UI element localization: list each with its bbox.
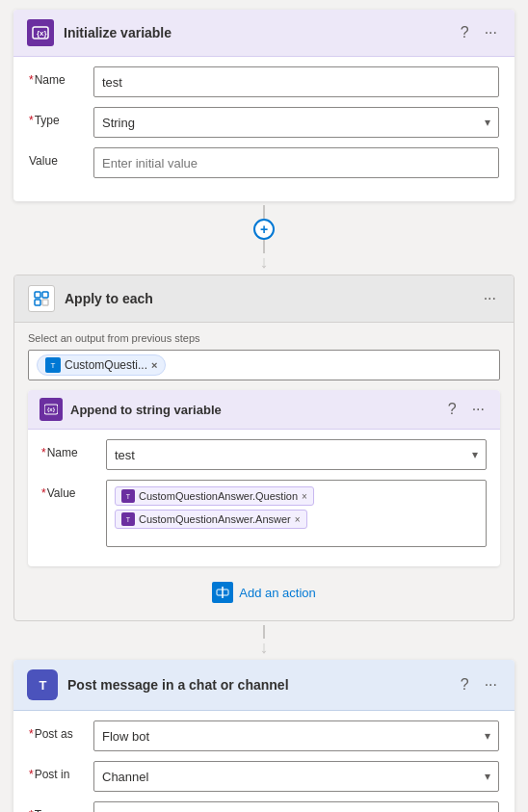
value-label: Value	[29, 147, 82, 168]
init-var-more-button[interactable]: ···	[481, 22, 501, 43]
name-label: *Name	[29, 66, 82, 87]
post-message-more-button[interactable]: ···	[481, 674, 501, 695]
token-answer: T CustomQuestionAnswer.Answer ×	[115, 510, 307, 529]
append-name-row: *Name test ▾	[41, 439, 487, 470]
page-wrapper: {x} Initialize variable ? ··· *Name *Typ…	[0, 0, 528, 812]
post-as-value: Flow bot	[102, 729, 149, 744]
post-message-body: *Post as Flow bot ▾ *Post in Channel ▾	[13, 711, 515, 812]
svg-text:{x}: {x}	[47, 406, 56, 412]
svg-text:{x}: {x}	[37, 29, 47, 38]
team-select[interactable]: RimmonTest ▾	[93, 801, 499, 812]
name-field-row: *Name	[29, 66, 499, 97]
apply-each-body: Select an output from previous steps T C…	[14, 323, 514, 620]
append-var-icon: {x}	[40, 398, 63, 421]
connector-1: + ↓	[253, 201, 275, 275]
apply-to-each-header: Apply to each ···	[14, 275, 514, 323]
init-var-title: Initialize variable	[64, 25, 447, 40]
init-var-icon: {x}	[27, 19, 54, 46]
post-message-title: Post message in a chat or channel	[67, 677, 447, 693]
apply-to-each-card: Apply to each ··· Select an output from …	[13, 275, 515, 621]
connector-line-3	[263, 625, 265, 639]
team-row: *Team RimmonTest ▾	[29, 801, 499, 812]
post-as-label: *Post as	[29, 720, 82, 741]
svg-rect-5	[42, 300, 48, 305]
name-input[interactable]	[93, 66, 499, 97]
append-name-label: *Name	[41, 439, 94, 459]
post-in-row: *Post in Channel ▾	[29, 761, 499, 792]
add-action-icon	[212, 582, 233, 603]
post-message-actions: ? ···	[457, 674, 501, 695]
svg-rect-3	[42, 292, 48, 298]
token-question: T CustomQuestionAnswer.Question ×	[115, 486, 314, 506]
token-answer-close[interactable]: ×	[295, 514, 301, 525]
append-value-label: *Value	[41, 480, 94, 500]
token-row-2: T CustomQuestionAnswer.Answer ×	[115, 510, 478, 529]
append-var-header: {x} Append to string variable ? ···	[28, 390, 500, 430]
token-row-1: T CustomQuestionAnswer.Question ×	[115, 486, 478, 506]
connector-line-1	[263, 205, 265, 219]
append-var-title: Append to string variable	[70, 403, 436, 417]
append-var-more-button[interactable]: ···	[468, 399, 488, 420]
token-answer-icon: T	[121, 512, 135, 526]
value-field-row: Value	[29, 147, 499, 178]
token-question-close[interactable]: ×	[302, 491, 307, 502]
append-value-row: *Value T CustomQuestionAnswer.Question ×	[41, 480, 487, 547]
svg-rect-2	[35, 292, 40, 298]
init-var-body: *Name *Type String ▾ Value	[13, 57, 515, 201]
append-var-card: {x} Append to string variable ? ··· *Nam…	[28, 390, 500, 566]
connector-arrow-1: ↓	[260, 253, 269, 271]
append-var-body: *Name test ▾ *Value	[28, 430, 500, 566]
type-label: *Type	[29, 107, 82, 127]
type-select[interactable]: String ▾	[93, 107, 499, 138]
select-output-row: Select an output from previous steps T C…	[28, 332, 500, 380]
apply-each-icon	[28, 285, 55, 312]
apply-each-title: Apply to each	[65, 291, 470, 306]
init-var-help-button[interactable]: ?	[457, 22, 473, 43]
post-as-row: *Post as Flow bot ▾	[29, 720, 499, 751]
initialize-variable-card: {x} Initialize variable ? ··· *Name *Typ…	[13, 10, 515, 201]
connector-line-2	[263, 240, 265, 253]
teams-icon: T	[27, 669, 58, 700]
post-in-chevron-icon: ▾	[485, 770, 490, 783]
apply-each-actions: ···	[480, 288, 500, 309]
post-message-card: T Post message in a chat or channel ? ··…	[13, 660, 515, 812]
post-in-label: *Post in	[29, 761, 82, 781]
post-in-value: Channel	[102, 770, 148, 784]
init-var-header: {x} Initialize variable ? ···	[13, 10, 515, 57]
add-step-button-1[interactable]: +	[253, 219, 275, 240]
connector-2: ↓	[260, 621, 269, 660]
type-field-row: *Type String ▾	[29, 107, 499, 138]
append-name-select[interactable]: test ▾	[106, 439, 487, 470]
svg-rect-4	[35, 300, 40, 305]
append-var-actions: ? ···	[444, 399, 488, 420]
post-in-select[interactable]: Channel ▾	[93, 761, 499, 792]
tag-icon: T	[45, 357, 61, 373]
append-name-chevron-icon: ▾	[472, 448, 478, 461]
type-chevron-icon: ▾	[485, 116, 490, 129]
init-var-actions: ? ···	[457, 22, 501, 43]
token-question-icon: T	[121, 489, 135, 503]
select-output-input[interactable]: T CustomQuesti... ×	[28, 350, 500, 380]
select-output-label: Select an output from previous steps	[28, 332, 500, 344]
custom-questi-tag: T CustomQuesti... ×	[37, 354, 166, 376]
team-label: *Team	[29, 801, 82, 812]
post-message-header: T Post message in a chat or channel ? ··…	[13, 660, 515, 711]
post-as-chevron-icon: ▾	[485, 729, 490, 743]
apply-each-more-button[interactable]: ···	[480, 288, 500, 309]
post-as-select[interactable]: Flow bot ▾	[93, 720, 499, 751]
add-action-button[interactable]: Add an action	[212, 582, 316, 603]
append-var-help-button[interactable]: ?	[444, 399, 461, 420]
add-action-row: Add an action	[28, 566, 500, 611]
post-message-help-button[interactable]: ?	[457, 674, 473, 695]
append-value-field[interactable]: T CustomQuestionAnswer.Question × T Cust…	[106, 480, 487, 547]
tag-close-button[interactable]: ×	[151, 359, 157, 371]
value-input[interactable]	[93, 147, 499, 178]
connector-arrow-2: ↓	[260, 639, 269, 656]
